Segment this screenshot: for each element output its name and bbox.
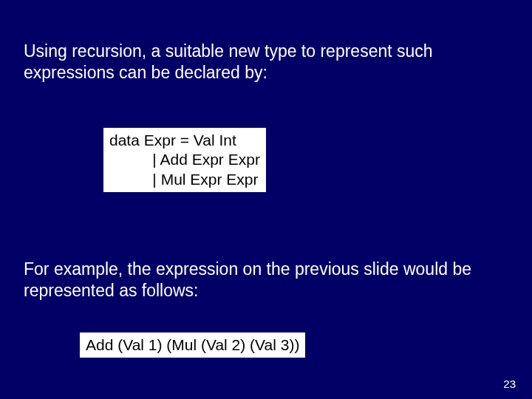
example-paragraph: For example, the expression on the previ…	[24, 259, 504, 301]
code-block-example: Add (Val 1) (Mul (Val 2) (Val 3))	[80, 332, 305, 358]
code-block-declaration: data Expr = Val Int | Add Expr Expr | Mu…	[103, 128, 266, 192]
slide: Using recursion, a suitable new type to …	[0, 0, 532, 399]
page-number: 23	[503, 378, 516, 390]
intro-paragraph: Using recursion, a suitable new type to …	[24, 41, 504, 83]
